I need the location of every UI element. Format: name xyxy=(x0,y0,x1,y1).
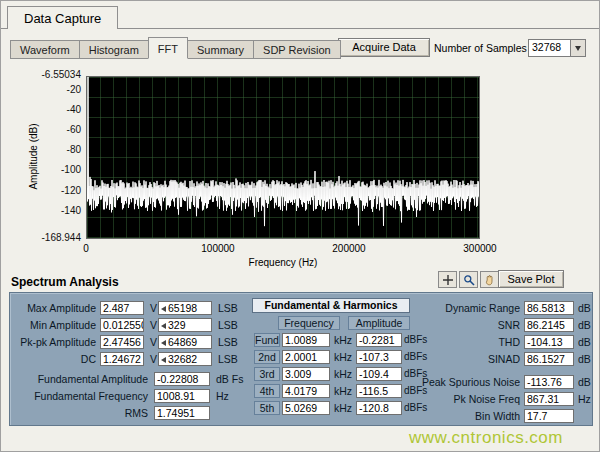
harmonic-row-label: 3rd xyxy=(254,367,280,381)
y-axis-tick-label: -120 xyxy=(31,185,81,196)
unit-label: dB xyxy=(578,375,591,389)
tab-fft[interactable]: FFT xyxy=(148,37,188,59)
pkpk-amplitude-label: Pk-pk Amplitude xyxy=(12,335,96,349)
lsb-value: 65198 xyxy=(168,302,197,314)
unit-label: V xyxy=(150,301,157,315)
y-axis-tick-label: -40 xyxy=(31,104,81,115)
magnifier-icon xyxy=(463,274,475,286)
tab-sdp-revision[interactable]: SDP Revision xyxy=(254,40,341,59)
unit-label: LSB xyxy=(218,301,238,315)
harmonic-freq-field: 3.009 xyxy=(282,367,330,381)
dropdown-button[interactable] xyxy=(570,40,585,56)
number-of-samples-select[interactable]: 32768 xyxy=(528,39,586,57)
fft-trace xyxy=(87,77,479,238)
samples-value: 32768 xyxy=(529,40,570,56)
x-axis-tick-label: 0 xyxy=(62,243,110,254)
sinad-field: 86.1527 xyxy=(524,352,574,366)
spinner-left-icon xyxy=(161,323,166,329)
spinner-left-icon xyxy=(161,306,166,312)
unit-label: Hz xyxy=(216,389,229,403)
watermark: www.cntronics.com xyxy=(409,428,563,448)
unit-label: kHz xyxy=(334,367,352,381)
unit-label: dB xyxy=(578,335,591,349)
snr-field: 86.2145 xyxy=(524,318,574,332)
dynamic-range-field: 86.5813 xyxy=(524,301,574,315)
peak-spurious-noise-field: -113.76 xyxy=(524,375,574,389)
lsb-value: 64869 xyxy=(168,336,197,348)
y-axis-tick-label: -60 xyxy=(31,124,81,135)
chevron-down-icon xyxy=(575,46,581,51)
rms-field: 1.74951 xyxy=(154,406,210,420)
tab-histogram[interactable]: Histogram xyxy=(80,40,149,59)
y-axis-tick-label: -20 xyxy=(31,84,81,95)
min-amplitude-label: Min Amplitude xyxy=(12,318,96,332)
harmonic-row-label: Fund xyxy=(254,333,280,347)
max-amplitude-lsb-field: 65198 xyxy=(158,301,212,315)
harmonic-row-label: 5th xyxy=(254,401,280,415)
thd-field: -104.13 xyxy=(524,335,574,349)
max-amplitude-value-field: 2.487 xyxy=(100,301,144,315)
frequency-column-header: Frequency xyxy=(278,316,340,330)
unit-label: Hz xyxy=(578,392,591,406)
crosshair-tool-button[interactable] xyxy=(438,271,457,288)
pk-noise-freq-field: 867.31 xyxy=(524,392,574,406)
bin-width-field: 17.7 xyxy=(524,409,574,423)
hand-icon xyxy=(484,274,496,286)
y-axis-tick-label: -168.944 xyxy=(31,232,81,243)
unit-label: V xyxy=(150,352,157,366)
y-axis-tick-label: -80 xyxy=(31,144,81,155)
unit-label: V xyxy=(150,335,157,349)
plot-toolbar xyxy=(438,271,499,288)
unit-label: V xyxy=(150,318,157,332)
y-axis-tick-label: -6.55034 xyxy=(31,69,81,80)
spectrum-analysis-title: Spectrum Analysis xyxy=(11,275,119,289)
fundamental-frequency-field: 1008.91 xyxy=(154,389,210,403)
dc-value-field: 1.24672 xyxy=(100,352,144,366)
pan-tool-button[interactable] xyxy=(480,271,499,288)
unit-label: LSB xyxy=(218,352,238,366)
zoom-tool-button[interactable] xyxy=(459,271,478,288)
harmonic-freq-field: 4.0179 xyxy=(282,384,330,398)
min-amplitude-lsb-field: 329 xyxy=(158,318,212,332)
spinner-left-icon xyxy=(161,340,166,346)
unit-label: kHz xyxy=(334,333,352,347)
rms-label: RMS xyxy=(12,406,148,420)
x-axis-tick-label: 200000 xyxy=(325,243,373,254)
fundamental-amplitude-field: -0.22808 xyxy=(154,372,210,386)
dc-lsb-field: 32682 xyxy=(158,352,212,366)
number-of-samples-label: Number of Samples xyxy=(434,42,527,54)
bin-width-label: Bin Width xyxy=(368,409,520,423)
unit-label: dB xyxy=(578,301,591,315)
acquire-data-button[interactable]: Acquire Data xyxy=(338,38,430,57)
max-amplitude-label: Max Amplitude xyxy=(12,301,96,315)
unit-label: LSB xyxy=(218,318,238,332)
y-axis-tick-label: -140 xyxy=(31,205,81,216)
crosshair-icon xyxy=(442,274,454,286)
spinner-left-icon xyxy=(161,357,166,363)
sinad-label: SINAD xyxy=(368,352,520,366)
y-axis-tick-label: -100 xyxy=(31,164,81,175)
data-capture-window: Data Capture Waveform Histogram FFT Summ… xyxy=(0,0,600,452)
fundamental-frequency-label: Fundamental Frequency xyxy=(12,389,148,403)
x-axis-tick-label: 100000 xyxy=(194,243,242,254)
snr-label: SNR xyxy=(368,318,520,332)
unit-label: kHz xyxy=(334,384,352,398)
peak-spurious-noise-label: Peak Spurious Noise xyxy=(368,375,520,389)
unit-label: LSB xyxy=(218,335,238,349)
harmonic-freq-field: 2.0001 xyxy=(282,350,330,364)
save-plot-button[interactable]: Save Plot xyxy=(498,270,564,288)
tab-waveform[interactable]: Waveform xyxy=(10,40,80,59)
harmonic-row-label: 4th xyxy=(254,384,280,398)
x-axis-title: Frequency (Hz) xyxy=(86,257,480,268)
pkpk-amplitude-value-field: 2.47456 xyxy=(100,335,144,349)
harmonic-freq-field: 1.0089 xyxy=(282,333,330,347)
harmonic-freq-field: 5.0269 xyxy=(282,401,330,415)
fundamental-amplitude-label: Fundamental Amplitude xyxy=(12,372,148,386)
fft-plot[interactable] xyxy=(86,76,480,239)
min-amplitude-value-field: 0.012550 xyxy=(100,318,144,332)
window-title-tab[interactable]: Data Capture xyxy=(7,6,118,29)
unit-label: kHz xyxy=(334,350,352,364)
tab-summary[interactable]: Summary xyxy=(188,40,254,59)
pkpk-amplitude-lsb-field: 64869 xyxy=(158,335,212,349)
x-axis-tick-label: 300000 xyxy=(456,243,504,254)
